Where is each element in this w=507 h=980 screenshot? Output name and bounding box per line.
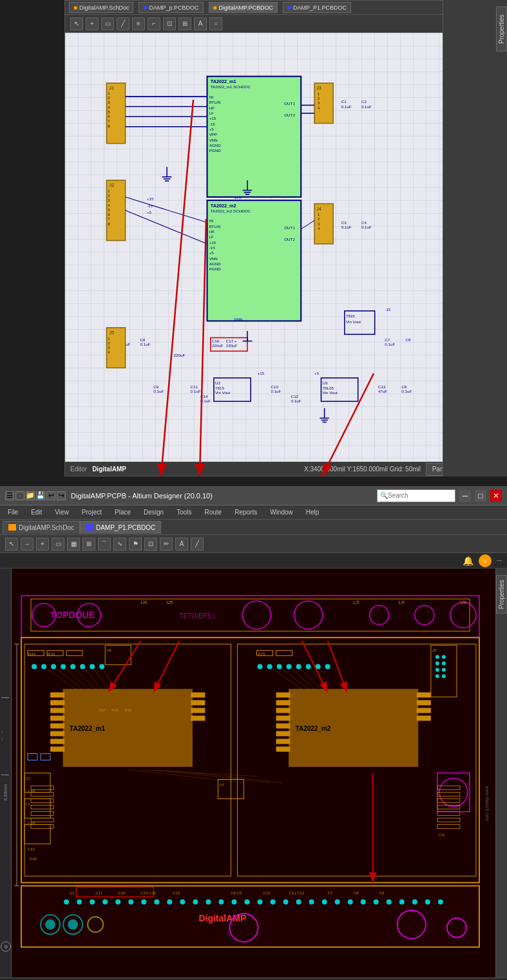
svg-text:3: 3	[108, 346, 110, 350]
pcb-rect-tool[interactable]: ▭	[52, 538, 64, 551]
crosshair-indicator: ⊕	[1, 941, 11, 952]
search-input[interactable]	[388, 492, 452, 499]
svg-point-278	[77, 900, 82, 905]
menu-edit[interactable]: Edit	[28, 507, 44, 517]
svg-text:C8: C8	[354, 891, 359, 895]
menu-tools[interactable]: Tools	[174, 507, 194, 517]
circle-tool[interactable]: ○	[209, 17, 222, 30]
svg-point-309	[45, 919, 55, 930]
svg-text:VPP: VPP	[209, 132, 217, 137]
pcb-layer-bar: LS ◄ ► [1] Top Layer [2] Bottom Layer Me…	[0, 977, 507, 980]
save-icon[interactable]: 💾	[36, 491, 45, 500]
svg-text:C1: C1	[341, 99, 347, 104]
text-tool[interactable]: A	[194, 17, 207, 30]
pcb-chip-tool[interactable]: ⊡	[144, 538, 157, 551]
pin-tool[interactable]: ⊞	[178, 17, 191, 30]
menu-file[interactable]: File	[5, 507, 21, 517]
open-icon[interactable]: 📁	[26, 491, 35, 500]
svg-rect-183	[191, 715, 205, 721]
svg-text:5: 5	[108, 110, 110, 114]
tab-damp-p-pcbdoc[interactable]: ■ DAMP_p.PCBDOC	[139, 2, 203, 13]
pcb-text-tool[interactable]: A	[175, 538, 188, 551]
tab-digitalamp-schdoc[interactable]: ■ DigitalAMP.SchDoc	[69, 2, 133, 13]
menu-project[interactable]: Project	[79, 507, 104, 517]
svg-text:LF: LF	[209, 111, 214, 115]
tab-digitalamp-sch[interactable]: DigitalAMP.SchDoc	[3, 521, 80, 534]
svg-text:0.1uF: 0.1uF	[341, 104, 352, 109]
menu-view[interactable]: View	[52, 507, 72, 517]
svg-text:+15: +15	[147, 196, 154, 201]
svg-text:C11 C12: C11 C12	[289, 891, 305, 895]
menu-route[interactable]: Route	[202, 507, 225, 517]
svg-point-225	[258, 664, 263, 669]
pcb-tab-icon	[86, 524, 93, 531]
svg-point-292	[258, 900, 263, 905]
pcb-title: DigitalAMP.PCPB - Altium Designer (20.0.…	[71, 492, 213, 500]
svg-text:220uF: 220uF	[174, 353, 186, 357]
pcb-plus-tool[interactable]: +	[36, 538, 49, 551]
pcb-flag-tool[interactable]: ⚑	[129, 538, 142, 551]
minimize-button[interactable]: ─	[459, 490, 471, 502]
menu-window[interactable]: Window	[267, 507, 296, 517]
notification-bell[interactable]: 🔔	[463, 556, 474, 566]
svg-text:BTLIN: BTLIN	[209, 100, 221, 104]
pcb-grid-tool[interactable]: ⊞	[82, 538, 95, 551]
svg-text:C4: C4	[361, 220, 367, 225]
svg-text:TA2022_m1.SCHDOC: TA2022_m1.SCHDOC	[211, 84, 251, 89]
tab-damp-p1-pcbdoc[interactable]: ■ DAMP_P1.PCBDOC	[283, 2, 351, 13]
svg-rect-195	[417, 700, 431, 705]
svg-text:U2: U2	[215, 381, 221, 385]
svg-text:4: 4	[108, 350, 110, 354]
svg-point-241	[435, 674, 439, 678]
pcb-curve-tool[interactable]: ⌒	[98, 538, 111, 551]
search-box[interactable]: 🔍	[377, 489, 455, 502]
pcb-content: 8.89mm ↑ ↓ ⊕ TOP	[0, 569, 507, 977]
pcb-line-tool[interactable]: ╱	[191, 538, 204, 551]
svg-text:HF: HF	[209, 106, 215, 110]
svg-rect-180	[191, 692, 205, 697]
svg-text:C10: C10	[271, 384, 278, 389]
svg-rect-178	[50, 739, 64, 744]
rect-tool[interactable]: ▭	[101, 17, 114, 30]
menu-icon[interactable]: ☰	[5, 491, 14, 500]
properties-tab[interactable]: Properties	[496, 6, 507, 52]
pcb-pen-tool[interactable]: ✏	[160, 538, 173, 551]
maximize-button[interactable]: □	[475, 490, 486, 502]
schematic-window: ■ DigitalAMP.SchDoc ■ DAMP_p.PCBDOC ■ Di…	[64, 0, 464, 476]
svg-text:7815: 7815	[215, 386, 224, 390]
plus-tool[interactable]: +	[86, 17, 99, 30]
svg-text:TETO(EPS.): TETO(EPS.)	[179, 612, 215, 619]
menu-design[interactable]: Design	[141, 507, 166, 517]
svg-point-284	[154, 900, 159, 905]
redo-icon[interactable]: ↪	[57, 491, 66, 500]
pcb-chart-tool[interactable]: ▦	[67, 538, 80, 551]
line-tool[interactable]: ╱	[117, 17, 129, 30]
svg-text:U6: U6	[106, 648, 111, 652]
svg-text:R37: R37	[99, 708, 106, 712]
tab-damp-p1-pcb[interactable]: DAMP_P1.PCBDOC	[80, 521, 161, 534]
pcb-cursor-tool[interactable]: ↖	[5, 538, 18, 551]
tab-digitalamp-pcbdoc[interactable]: ■ DigitalAMP.PCBDOC	[209, 2, 278, 13]
doc-name: DigitalAMP	[92, 466, 126, 473]
undo-icon[interactable]: ↩	[46, 491, 55, 500]
user-avatar[interactable]: U	[479, 554, 492, 567]
chip-tool[interactable]: ⊡	[163, 17, 176, 30]
cursor-tool[interactable]: ↖	[70, 17, 83, 30]
wire-tool[interactable]: ⌐	[148, 17, 160, 30]
bus-tool[interactable]: ≡	[132, 17, 145, 30]
menu-help[interactable]: Help	[303, 507, 322, 517]
svg-text:C7: C7	[385, 337, 390, 342]
svg-text:4: 4	[108, 203, 110, 207]
svg-text:220uF: 220uF	[226, 343, 238, 348]
pcb-main-area: TOPDOUE TETO(EPS.) U6 U5 L5 L6 U8	[12, 569, 495, 977]
new-icon[interactable]: □	[15, 491, 24, 500]
svg-text:IN: IN	[209, 95, 213, 99]
menu-reports[interactable]: Reports	[232, 507, 260, 517]
pcb-wire-tool[interactable]: →	[21, 538, 33, 551]
svg-text:AGND: AGND	[209, 261, 222, 266]
pcb-properties-tab[interactable]: Properties	[496, 575, 507, 614]
close-button[interactable]: ✕	[490, 490, 502, 502]
svg-text:C14: C14	[200, 394, 208, 399]
menu-place[interactable]: Place	[112, 507, 133, 517]
pcb-wave-tool[interactable]: ∿	[113, 538, 126, 551]
